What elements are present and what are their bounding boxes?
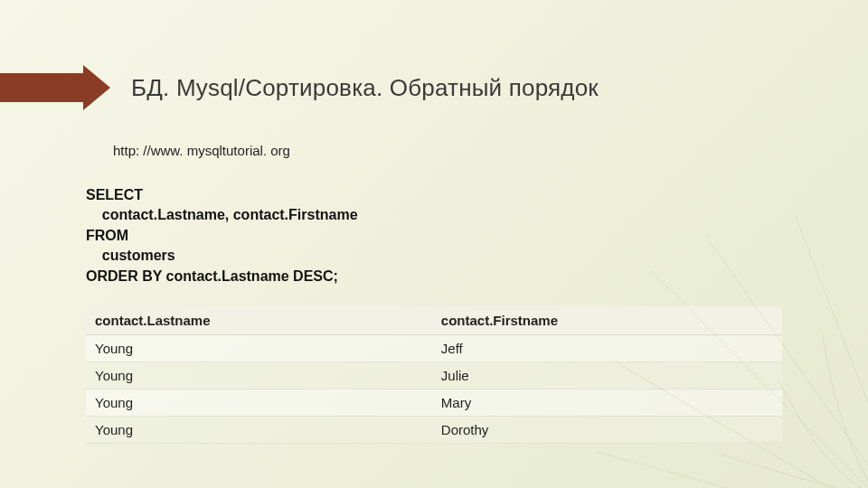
results-table: contact.Lastname contact.Firstname Young… <box>86 306 782 444</box>
table-header-row: contact.Lastname contact.Firstname <box>86 306 782 335</box>
table-row: Young Julie <box>86 361 782 389</box>
cell-firstname: Jeff <box>432 334 782 361</box>
cell-lastname: Young <box>86 361 432 389</box>
source-url: http: //www. mysqltutorial. org <box>113 143 868 158</box>
col-lastname-header: contact.Lastname <box>86 306 432 335</box>
cell-firstname: Mary <box>432 389 782 416</box>
cell-firstname: Dorothy <box>432 416 782 443</box>
sql-code-block: SELECT contact.Lastname, contact.Firstna… <box>86 185 868 286</box>
cell-firstname: Julie <box>432 361 782 389</box>
arrow-icon <box>0 65 113 110</box>
table-row: Young Jeff <box>86 334 782 361</box>
page-title: БД. Mysql/Сортировка. Обратный порядок <box>131 74 599 102</box>
col-firstname-header: contact.Firstname <box>432 306 782 335</box>
title-row: БД. Mysql/Сортировка. Обратный порядок <box>0 65 868 110</box>
table-row: Young Mary <box>86 389 782 416</box>
cell-lastname: Young <box>86 334 432 361</box>
table-row: Young Dorothy <box>86 416 782 443</box>
cell-lastname: Young <box>86 416 432 443</box>
cell-lastname: Young <box>86 389 432 416</box>
